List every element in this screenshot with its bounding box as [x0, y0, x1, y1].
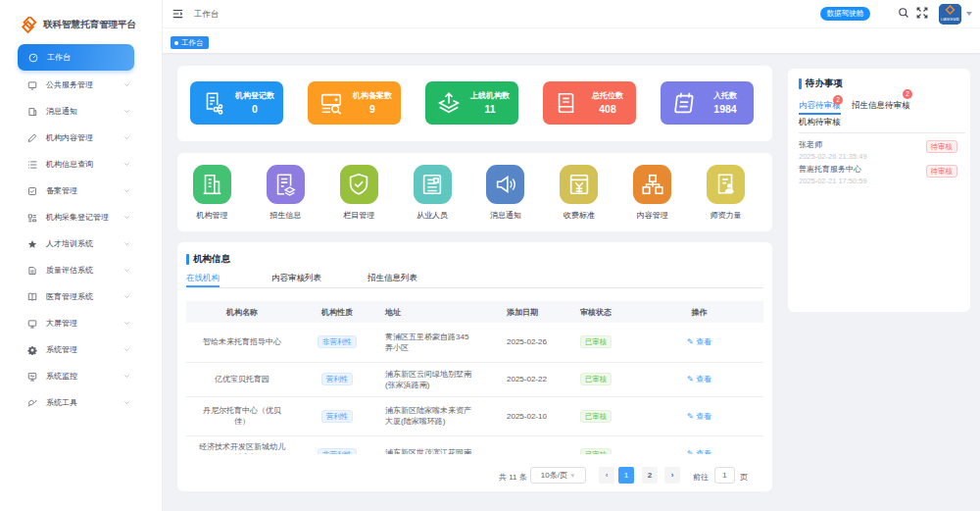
svg-text:LIANKE智慧: LIANKE智慧 — [941, 18, 959, 22]
